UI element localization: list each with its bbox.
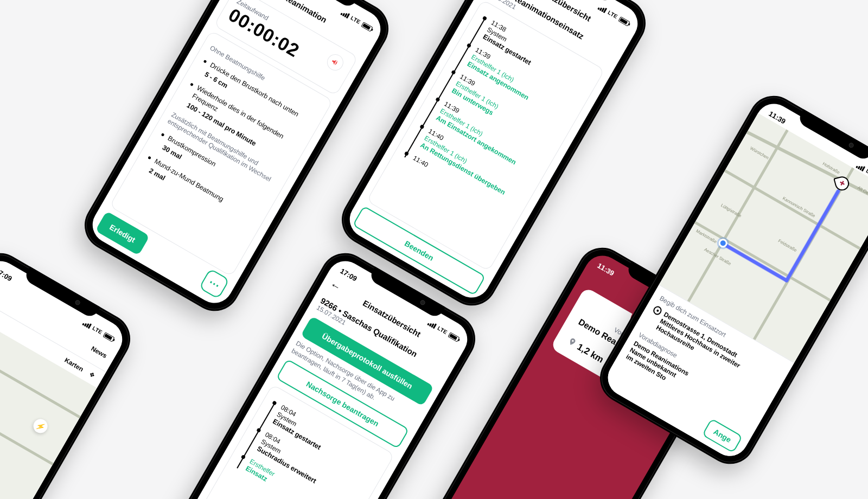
card-icon: ❖	[88, 370, 97, 380]
back-icon[interactable]: ←	[328, 278, 343, 293]
timeline-card: 08:04SystemEinsatz gestartet08:04SystemS…	[179, 384, 394, 499]
location-pin-icon	[652, 305, 663, 317]
street-label: Feldstraße	[777, 238, 798, 253]
tab-news[interactable]: News	[90, 344, 108, 360]
avatar[interactable]	[0, 279, 2, 301]
distance-metric: 1,2 km	[565, 336, 605, 365]
street-label: Marktstraße	[695, 228, 717, 244]
ellipsis-icon: ⋯	[206, 276, 222, 292]
speaker-icon	[329, 56, 341, 68]
timeline: 11:38SystemEinsatz gestartet11:39Ersthel…	[402, 13, 592, 218]
street-label: Alt Oesten	[857, 185, 868, 199]
status-time: 11:39	[596, 261, 615, 278]
street-label: Würstchen	[749, 146, 770, 161]
aed-pin-icon: ⚡	[31, 417, 50, 436]
